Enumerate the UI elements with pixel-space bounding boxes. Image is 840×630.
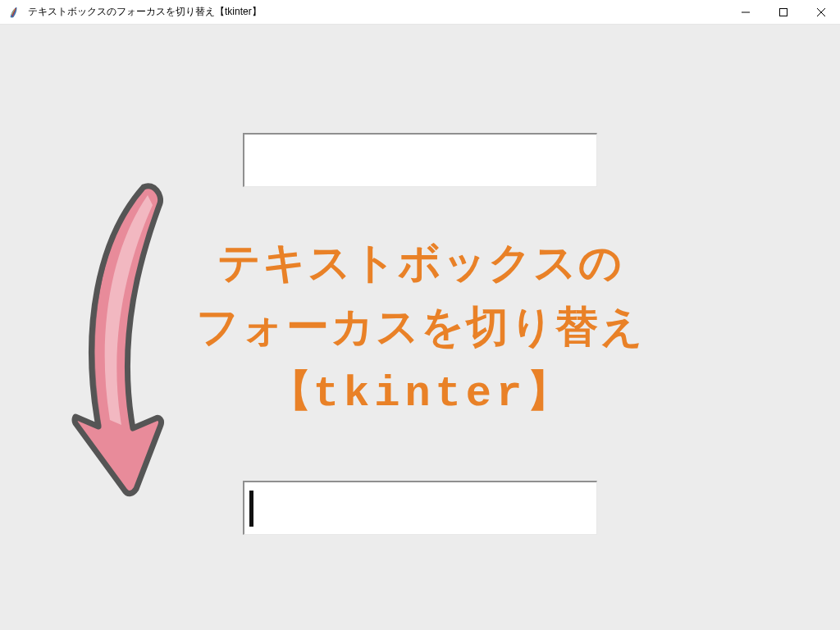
window-controls xyxy=(727,0,840,24)
svg-rect-1 xyxy=(780,8,788,16)
window-title: テキストボックスのフォーカスを切り替え【tkinter】 xyxy=(28,5,727,19)
textbox-top[interactable] xyxy=(243,133,597,187)
minimize-button[interactable] xyxy=(727,0,765,24)
maximize-button[interactable] xyxy=(765,0,802,24)
tk-feather-icon xyxy=(8,6,21,19)
overlay-line-1: テキストボックスの xyxy=(196,231,645,294)
textbox-bottom[interactable] xyxy=(243,481,597,535)
arrow-illustration xyxy=(66,180,197,500)
client-area: テキストボックスの フォーカスを切り替え 【tkinter】 xyxy=(0,25,840,630)
overlay-line-2: フォーカスを切り替え xyxy=(196,294,645,358)
text-caret xyxy=(249,491,253,527)
overlay-line-3: 【tkinter】 xyxy=(196,358,645,427)
titlebar: テキストボックスのフォーカスを切り替え【tkinter】 xyxy=(0,0,840,25)
close-button[interactable] xyxy=(802,0,840,24)
overlay-caption: テキストボックスの フォーカスを切り替え 【tkinter】 xyxy=(196,231,645,427)
